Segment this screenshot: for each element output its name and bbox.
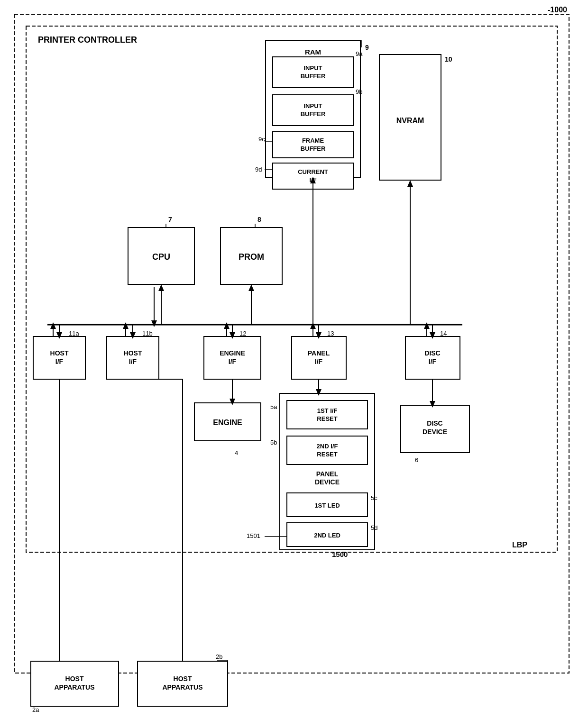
svg-rect-69 bbox=[292, 337, 346, 379]
svg-text:13: 13 bbox=[327, 330, 334, 337]
svg-text:BUFFER: BUFFER bbox=[301, 73, 326, 80]
svg-rect-103 bbox=[287, 436, 368, 464]
svg-text:I/F: I/F bbox=[229, 358, 237, 365]
svg-marker-44 bbox=[151, 320, 157, 327]
svg-marker-42 bbox=[158, 284, 164, 291]
svg-text:BUFFER: BUFFER bbox=[301, 145, 326, 152]
svg-text:PANEL: PANEL bbox=[316, 470, 339, 478]
svg-text:9b: 9b bbox=[356, 88, 362, 95]
svg-rect-96 bbox=[280, 393, 375, 550]
svg-text:7: 7 bbox=[168, 216, 172, 223]
svg-text:INPUT: INPUT bbox=[304, 102, 322, 109]
svg-text:RESET: RESET bbox=[317, 451, 337, 458]
svg-rect-51 bbox=[33, 337, 85, 379]
svg-marker-95 bbox=[230, 399, 235, 405]
svg-text:DEVICE: DEVICE bbox=[423, 428, 447, 436]
svg-text:PANEL: PANEL bbox=[308, 349, 330, 357]
svg-text:HOST: HOST bbox=[124, 349, 142, 357]
svg-text:14: 14 bbox=[440, 330, 447, 337]
svg-marker-90 bbox=[424, 322, 430, 329]
svg-text:RESET: RESET bbox=[317, 415, 337, 422]
svg-rect-18 bbox=[273, 132, 353, 158]
svg-text:BUFFER: BUFFER bbox=[301, 110, 326, 118]
svg-rect-63 bbox=[204, 337, 261, 379]
svg-rect-129 bbox=[138, 661, 228, 706]
svg-text:HOST: HOST bbox=[50, 349, 69, 357]
svg-text:9: 9 bbox=[365, 44, 369, 51]
svg-text:APPARATUS: APPARATUS bbox=[54, 683, 94, 691]
svg-text:FRAME: FRAME bbox=[302, 137, 324, 144]
svg-text:4: 4 bbox=[235, 449, 238, 456]
svg-text:2b: 2b bbox=[216, 653, 222, 660]
svg-text:1500: 1500 bbox=[332, 550, 348, 558]
svg-rect-14 bbox=[273, 95, 353, 126]
svg-text:DEVICE: DEVICE bbox=[315, 478, 340, 486]
svg-marker-82 bbox=[50, 322, 56, 329]
svg-text:11a: 11a bbox=[69, 330, 79, 337]
svg-text:PROM: PROM bbox=[239, 252, 264, 262]
svg-text:6: 6 bbox=[415, 456, 418, 464]
svg-rect-23 bbox=[273, 163, 353, 189]
svg-text:5b: 5b bbox=[270, 439, 277, 446]
svg-text:APPARATUS: APPARATUS bbox=[162, 683, 202, 691]
svg-text:9a: 9a bbox=[356, 50, 363, 57]
svg-rect-119 bbox=[401, 405, 469, 453]
svg-marker-56 bbox=[56, 332, 62, 339]
svg-text:DISC: DISC bbox=[427, 419, 442, 427]
svg-text:10: 10 bbox=[445, 55, 452, 63]
svg-rect-113 bbox=[287, 523, 368, 546]
svg-marker-46 bbox=[248, 284, 254, 291]
svg-text:1501: 1501 bbox=[247, 532, 260, 539]
svg-text:8: 8 bbox=[257, 216, 261, 223]
svg-text:NVRAM: NVRAM bbox=[396, 117, 424, 125]
svg-text:PRINTER CONTROLLER: PRINTER CONTROLLER bbox=[38, 35, 137, 45]
svg-text:RAM: RAM bbox=[305, 48, 321, 56]
svg-text:2ND I/F: 2ND I/F bbox=[317, 443, 338, 450]
svg-text:9c: 9c bbox=[258, 136, 265, 143]
svg-marker-62 bbox=[130, 332, 136, 339]
svg-rect-91 bbox=[194, 403, 261, 441]
svg-marker-98 bbox=[316, 389, 322, 396]
svg-rect-75 bbox=[405, 337, 460, 379]
svg-text:12: 12 bbox=[239, 330, 246, 337]
circuit-diagram: -1000 PRINTER CONTROLLER LBP 1500 RAM 9 … bbox=[0, 0, 588, 719]
svg-rect-125 bbox=[31, 661, 119, 706]
svg-marker-124 bbox=[430, 401, 435, 408]
svg-text:ENGINE: ENGINE bbox=[220, 349, 245, 357]
svg-marker-74 bbox=[316, 332, 322, 339]
svg-text:I/F: I/F bbox=[315, 358, 323, 365]
svg-marker-68 bbox=[230, 332, 235, 339]
svg-text:1ST I/F: 1ST I/F bbox=[317, 407, 338, 414]
svg-rect-2 bbox=[26, 26, 557, 552]
svg-marker-88 bbox=[310, 322, 316, 329]
svg-marker-48 bbox=[310, 177, 316, 183]
svg-marker-84 bbox=[123, 322, 129, 329]
svg-text:I/F: I/F bbox=[55, 358, 64, 365]
svg-rect-36 bbox=[220, 228, 282, 284]
svg-rect-10 bbox=[273, 57, 353, 88]
svg-text:I/F: I/F bbox=[129, 358, 137, 365]
svg-text:5c: 5c bbox=[371, 494, 377, 501]
svg-marker-50 bbox=[407, 180, 413, 187]
svg-rect-57 bbox=[107, 337, 159, 379]
svg-text:CPU: CPU bbox=[152, 252, 170, 262]
svg-rect-6 bbox=[266, 40, 360, 178]
svg-rect-28 bbox=[379, 55, 441, 180]
svg-text:11b: 11b bbox=[142, 330, 153, 337]
svg-text:I/F: I/F bbox=[429, 358, 437, 365]
svg-text:INPUT: INPUT bbox=[304, 64, 322, 72]
diagram: -1000 PRINTER CONTROLLER LBP 1500 RAM 9 … bbox=[0, 0, 588, 719]
svg-text:2ND LED: 2ND LED bbox=[314, 532, 340, 539]
svg-text:HOST: HOST bbox=[65, 675, 84, 683]
svg-text:5d: 5d bbox=[371, 524, 377, 531]
svg-rect-0 bbox=[14, 14, 569, 673]
svg-text:LBP: LBP bbox=[512, 541, 527, 549]
svg-rect-32 bbox=[128, 228, 194, 284]
svg-text:DISC: DISC bbox=[424, 349, 440, 357]
svg-rect-109 bbox=[287, 493, 368, 517]
svg-rect-99 bbox=[287, 400, 368, 429]
svg-text:1ST LED: 1ST LED bbox=[314, 502, 340, 509]
svg-text:HOST: HOST bbox=[174, 675, 192, 683]
svg-text:ENGINE: ENGINE bbox=[213, 419, 242, 427]
svg-text:2a: 2a bbox=[32, 706, 39, 713]
